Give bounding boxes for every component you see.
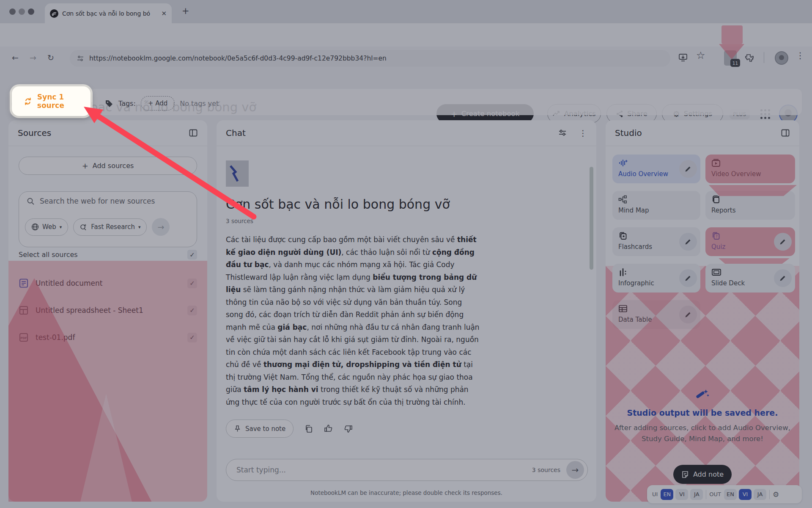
add-note-label: Add note (693, 470, 724, 478)
lang-chip-vi[interactable]: VI (675, 489, 688, 500)
studio-tile-data-table[interactable]: Data Table (612, 300, 700, 329)
chevron-down-icon: ▾ (60, 224, 62, 230)
source-name: Untitled spreadsheet - Sheet1 (36, 306, 143, 315)
studio-tile-infographic[interactable]: Infographic (612, 264, 700, 293)
chart-decreasing-emoji (226, 160, 249, 187)
chat-settings-icon[interactable] (558, 128, 567, 138)
save-to-note-button[interactable]: Save to note (226, 420, 294, 438)
studio-tile-video-overview[interactable]: Video Overview (705, 155, 795, 183)
source-name: Untitled document (36, 279, 102, 287)
note-source-count: 3 sources (226, 218, 480, 224)
notebooklm-favicon (50, 9, 58, 18)
select-all-label: Select all sources (19, 251, 78, 259)
search-submit-button[interactable]: → (152, 218, 170, 236)
langbar-divider (769, 490, 770, 499)
out-lang-label: OUT (709, 491, 721, 497)
tags-label: Tags: (118, 99, 136, 108)
source-row[interactable]: PDFtest-01.pdf✓ (19, 328, 197, 347)
lang-chip-en[interactable]: EN (661, 489, 673, 500)
thumbs-down-icon[interactable] (344, 424, 353, 433)
studio-title: Studio (615, 128, 642, 138)
note-icon (681, 471, 689, 478)
web-filter-dropdown[interactable]: Web ▾ (25, 218, 68, 236)
sync-button-label: Sync 1 source (37, 93, 91, 110)
select-all-checkbox[interactable]: ✓ (187, 250, 197, 260)
source-name: test-01.pdf (36, 333, 75, 342)
source-checkbox[interactable]: ✓ (187, 279, 197, 288)
browser-tabstrip: Cơn sốt bạc và nỗi lo bong bó ✕ + (0, 0, 812, 23)
window-minimize-button[interactable] (19, 8, 25, 15)
no-tags-text: No tags yet (180, 99, 219, 108)
source-checkbox[interactable]: ✓ (187, 306, 197, 315)
reports-icon (711, 195, 789, 204)
browser-tab[interactable]: Cơn sốt bạc và nỗi lo bong bó ✕ (45, 3, 172, 23)
new-tab-button[interactable]: + (182, 6, 189, 16)
browser-toolbar: ← → ↻ https://notebooklm.google.com/note… (0, 23, 812, 47)
chat-summary-text: Các tài liệu được cung cấp bao gồm một b… (226, 234, 480, 409)
mindmap-icon (618, 195, 694, 204)
chat-panel: Chat ⋮ Cơn sốt bạc và nỗi lo bong bóng v… (217, 120, 596, 502)
studio-tile-reports[interactable]: Reports (705, 191, 795, 220)
add-note-button[interactable]: Add note (673, 465, 732, 484)
magic-wand-icon (694, 387, 711, 404)
thumbs-up-icon[interactable] (324, 424, 333, 433)
chat-input-source-count: 3 sources (532, 467, 560, 473)
lang-chip-vi[interactable]: VI (739, 489, 752, 500)
chat-scrollbar[interactable] (590, 167, 593, 270)
lang-chip-ja[interactable]: JA (690, 489, 703, 500)
sync-icon (23, 97, 33, 106)
annotation-pink-tile (705, 155, 795, 183)
sync-sources-button[interactable]: Sync 1 source (12, 86, 91, 116)
lang-chip-en[interactable]: EN (724, 489, 737, 500)
tab-close-icon[interactable]: ✕ (161, 10, 167, 17)
pdf-icon: PDF (19, 332, 29, 342)
source-row[interactable]: Untitled document✓ (19, 273, 197, 293)
chat-menu-icon[interactable]: ⋮ (579, 128, 587, 138)
chat-title: Chat (226, 128, 246, 138)
research-mode-dropdown[interactable]: Fast Research ▾ (73, 218, 147, 236)
add-tag-button[interactable]: + Add (141, 96, 175, 110)
studio-tile-quiz[interactable]: ?Quiz (705, 227, 795, 256)
research-mode-label: Fast Research (91, 223, 135, 231)
source-checkbox[interactable]: ✓ (187, 333, 197, 342)
copy-icon[interactable] (304, 425, 313, 433)
edit-pencil-button[interactable] (679, 269, 697, 287)
add-sources-button[interactable]: + Add sources (19, 157, 197, 175)
window-close-button[interactable] (9, 8, 16, 15)
studio-tile-grid: Audio OverviewVideo OverviewMind MapRepo… (612, 155, 797, 329)
langbar-gear-icon[interactable]: ⚙ (773, 490, 779, 499)
collapse-panel-icon[interactable] (781, 128, 790, 138)
sources-title: Sources (18, 128, 51, 138)
studio-tile-flashcards[interactable]: Flashcards (612, 227, 700, 256)
pin-icon (234, 425, 241, 432)
source-row[interactable]: Untitled spreadsheet - Sheet1✓ (19, 301, 197, 320)
tag-icon (105, 99, 113, 108)
collapse-panel-icon[interactable] (189, 128, 198, 138)
globe-icon (31, 223, 39, 231)
chat-input[interactable] (236, 466, 526, 474)
save-to-note-label: Save to note (245, 425, 285, 433)
edit-pencil-button[interactable] (679, 160, 697, 178)
studio-empty-title: Studio output will be saved here. (606, 408, 799, 417)
studio-empty-line1: After adding sources, click to add Audio… (606, 422, 799, 433)
edit-pencil-button[interactable] (774, 269, 792, 287)
studio-tile-mind-map[interactable]: Mind Map (612, 191, 700, 220)
studio-tile-slide-deck[interactable]: Slide Deck (705, 264, 795, 293)
edit-pencil-button[interactable] (679, 306, 697, 323)
studio-tile-label: Mind Map (618, 207, 694, 214)
edit-pencil-button[interactable] (774, 233, 792, 251)
send-button[interactable]: → (566, 461, 584, 479)
web-search-card: Web ▾ Fast Research ▾ → (19, 191, 197, 247)
studio-tile-label: Reports (711, 207, 789, 214)
ui-lang-label: UI (652, 491, 658, 497)
studio-tile-audio-overview[interactable]: Audio Overview (612, 155, 700, 183)
search-input[interactable] (40, 197, 179, 205)
window-zoom-button[interactable] (28, 8, 34, 15)
web-filter-label: Web (42, 223, 56, 231)
edit-pencil-button[interactable] (679, 233, 697, 251)
lang-chip-ja[interactable]: JA (754, 489, 766, 500)
language-bar: UI ENVIJA OUT ENVIJA ⚙ (647, 485, 802, 503)
sources-list: Untitled document✓Untitled spreadsheet -… (19, 266, 197, 347)
app-header: Cơn sốt bạc và nỗi lo bong bóng vỡ + Cre… (0, 47, 812, 86)
chat-input-bar: 3 sources → (226, 459, 588, 481)
